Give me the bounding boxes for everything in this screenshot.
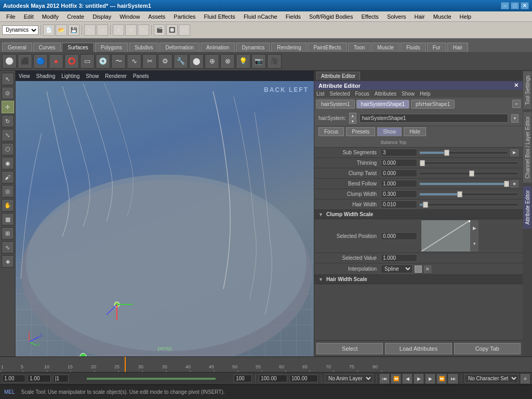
hide-btn[interactable]: Hide bbox=[404, 127, 426, 136]
tab-surfaces[interactable]: Surfaces bbox=[62, 43, 94, 52]
viewport-canvas[interactable]: BACK LEFT persp Y X Z bbox=[16, 81, 314, 356]
soft-sel-tool[interactable]: ◉ bbox=[2, 157, 14, 169]
attr-close-btn[interactable]: ✕ bbox=[514, 82, 518, 89]
clump-width-scale-section[interactable]: ▼ Clump Width Scale bbox=[314, 210, 523, 219]
tab-toon[interactable]: Toon bbox=[348, 43, 371, 52]
scale-btn[interactable]: ⤡ bbox=[138, 24, 149, 36]
selected-position-input[interactable] bbox=[381, 232, 417, 240]
playback-frame-marker[interactable] bbox=[53, 375, 69, 382]
sub-segments-end-btn[interactable]: ▶ bbox=[510, 149, 518, 156]
attr-menu-focus[interactable]: Focus bbox=[355, 91, 369, 97]
vp-menu-lighting[interactable]: Lighting bbox=[61, 73, 79, 79]
shelf-tool3[interactable]: 🔧 bbox=[174, 54, 188, 69]
playback-end-frame[interactable] bbox=[234, 375, 252, 382]
copy-tab-button[interactable]: Copy Tab bbox=[454, 343, 521, 354]
side-tab-attribute-editor[interactable]: Attribute Editor bbox=[523, 185, 532, 229]
hair-width-slider[interactable] bbox=[419, 203, 518, 206]
side-tab-channel-box[interactable]: Channel Box / Layer Editor bbox=[523, 112, 532, 183]
go-start-btn[interactable]: ⏮ bbox=[380, 374, 389, 383]
tab-curves[interactable]: Curves bbox=[33, 43, 61, 52]
move-tool[interactable]: ✛ bbox=[2, 101, 14, 113]
tab-polygons[interactable]: Polygons bbox=[95, 43, 128, 52]
character-btn[interactable]: ≡ bbox=[521, 374, 530, 383]
menu-display[interactable]: Display bbox=[88, 12, 115, 21]
vp-menu-shading[interactable]: Shading bbox=[36, 73, 56, 79]
menu-muscle[interactable]: Muscle bbox=[429, 12, 456, 21]
menu-soft-rigid[interactable]: Soft/Rigid Bodies bbox=[305, 12, 357, 21]
save-btn[interactable]: 💾 bbox=[68, 24, 79, 36]
sculpt-tool[interactable]: ◎ bbox=[2, 185, 14, 197]
vp-menu-view[interactable]: View bbox=[19, 73, 30, 79]
misc-tool[interactable]: ◈ bbox=[2, 255, 14, 268]
character-set-selector[interactable]: No Character Set bbox=[464, 374, 518, 383]
time-field-2[interactable] bbox=[289, 375, 318, 382]
shelf-tool5[interactable]: ⊕ bbox=[205, 54, 219, 69]
node-tab-hairsystemshape1[interactable]: hairSystemShape1 bbox=[356, 100, 410, 109]
menu-fluid-ncache[interactable]: Fluid nCache bbox=[240, 12, 282, 21]
tab-general[interactable]: General bbox=[2, 43, 32, 52]
next-key-btn[interactable]: ⏩ bbox=[437, 374, 446, 383]
clump-graph-svg[interactable] bbox=[421, 220, 470, 251]
menu-window[interactable]: Window bbox=[115, 12, 144, 21]
menu-modify[interactable]: Modify bbox=[38, 12, 63, 21]
shelf-cube[interactable]: ⬛ bbox=[18, 54, 32, 69]
current-time-input[interactable] bbox=[259, 375, 287, 382]
attr-menu-show[interactable]: Show bbox=[402, 91, 415, 97]
playback-range-start[interactable] bbox=[2, 375, 25, 382]
menu-file[interactable]: File bbox=[2, 12, 20, 21]
layout-tool[interactable]: ▦ bbox=[2, 213, 14, 225]
thinning-slider[interactable] bbox=[419, 162, 518, 165]
menu-edit[interactable]: Edit bbox=[20, 12, 38, 21]
tab-painteffects[interactable]: PaintEffects bbox=[308, 43, 347, 52]
clump-twist-slider[interactable] bbox=[419, 172, 518, 175]
playback-range-end-display[interactable] bbox=[28, 375, 51, 382]
sub-segments-slider[interactable] bbox=[419, 151, 508, 154]
vp-menu-show[interactable]: Show bbox=[86, 73, 99, 79]
focus-btn[interactable]: Focus bbox=[318, 127, 344, 136]
selected-value-input[interactable] bbox=[381, 254, 417, 262]
shelf-camera[interactable]: 📷 bbox=[251, 54, 266, 69]
tab-muscle[interactable]: Muscle bbox=[371, 43, 400, 52]
vp-menu-renderer[interactable]: Renderer bbox=[105, 73, 127, 79]
maximize-btn[interactable]: □ bbox=[511, 2, 519, 9]
transform-btn[interactable]: ✛ bbox=[125, 24, 137, 36]
snap-btn[interactable]: 🔲 bbox=[166, 24, 178, 36]
attr-menu-attributes[interactable]: Attributes bbox=[375, 91, 396, 97]
attr-editor-tab[interactable]: Attribute Editor bbox=[316, 72, 360, 80]
side-tab-tool-settings[interactable]: Tool Settings bbox=[523, 71, 532, 110]
select-tool[interactable]: ↖ bbox=[2, 73, 14, 85]
snap-tool[interactable]: ⊞ bbox=[2, 227, 14, 240]
prev-key-btn[interactable]: ⏪ bbox=[391, 374, 401, 383]
graph-down-btn[interactable]: ▾ bbox=[473, 241, 476, 246]
prev-frame-btn[interactable]: ◀ bbox=[403, 374, 412, 383]
clump-width-slider[interactable] bbox=[419, 193, 518, 196]
shelf-cone[interactable]: 🔺 bbox=[49, 54, 63, 69]
shelf-cylinder[interactable]: 🔵 bbox=[33, 54, 48, 69]
shelf-torus[interactable]: ⭕ bbox=[64, 54, 79, 69]
menu-effects[interactable]: Effects bbox=[357, 12, 382, 21]
tab-subdivs[interactable]: Subdivs bbox=[129, 43, 159, 52]
graph-expand-btn[interactable]: ▶ bbox=[473, 225, 476, 231]
show-manip-tool[interactable]: ⬡ bbox=[2, 143, 14, 155]
hair-system-arrow-dn[interactable]: ▼ bbox=[349, 118, 356, 124]
viewport[interactable]: View Shading Lighting Show Renderer Pane… bbox=[16, 71, 314, 356]
select-btn[interactable]: ⬆ bbox=[113, 24, 124, 36]
menu-particles[interactable]: Particles bbox=[169, 12, 200, 21]
mode-selector[interactable]: Dynamics bbox=[2, 25, 38, 35]
hair-width-scale-section[interactable]: ▼ Hair Width Scale bbox=[314, 275, 523, 284]
tab-dynamics[interactable]: Dynamics bbox=[236, 43, 270, 52]
shelf-render[interactable]: 🎥 bbox=[267, 54, 282, 69]
close-btn[interactable]: ✕ bbox=[521, 2, 529, 9]
shelf-curve1[interactable]: 〜 bbox=[111, 54, 126, 69]
wire-btn[interactable]: ⬡ bbox=[179, 24, 190, 36]
minimize-btn[interactable]: ─ bbox=[501, 2, 509, 9]
play-btn[interactable]: ▶ bbox=[414, 374, 423, 383]
node-tab-hairsystem1[interactable]: hairSystem1 bbox=[316, 100, 355, 109]
tab-fur[interactable]: Fur bbox=[427, 43, 446, 52]
go-end-btn[interactable]: ⏭ bbox=[448, 374, 458, 383]
attr-menu-selected[interactable]: Selected bbox=[330, 91, 350, 97]
hair-width-input[interactable] bbox=[381, 201, 417, 208]
grab-tool[interactable]: ✋ bbox=[2, 199, 14, 211]
next-frame-btn[interactable]: ▶ bbox=[425, 374, 435, 383]
shelf-tool6[interactable]: ⊗ bbox=[220, 54, 235, 69]
